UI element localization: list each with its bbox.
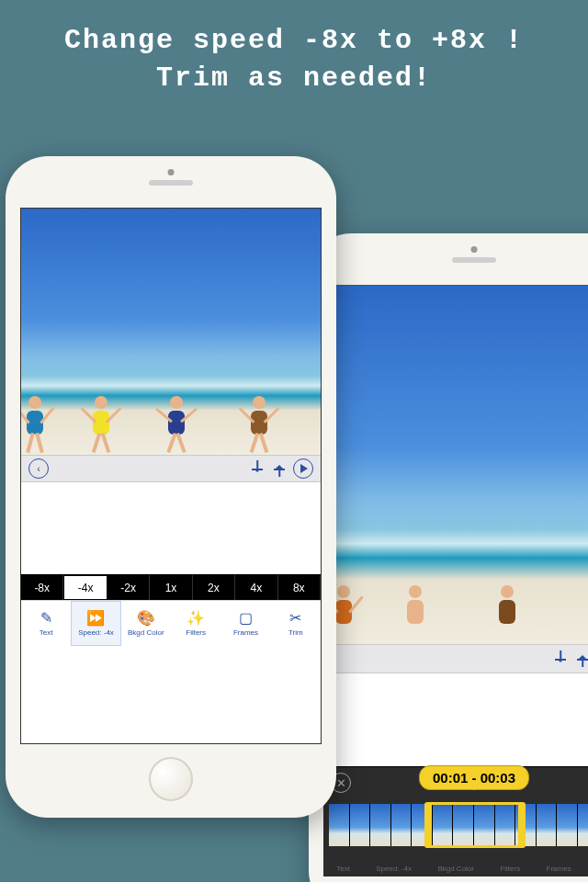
speaker-icon (149, 180, 193, 186)
screen-trim (323, 285, 588, 840)
speed-option[interactable]: 8x (278, 575, 321, 600)
trim-bottom-labels: Text Speed: -4x Bkgd Color Filters Frame… (323, 865, 588, 873)
home-button-icon (149, 757, 193, 801)
tool-filters[interactable]: ✨ Filters (171, 601, 220, 646)
palette-icon: 🎨 (137, 611, 155, 626)
headline-line1: Change speed -8x to +8x ! (18, 22, 570, 60)
phone-mockup-trim: ✕ 00:01 - 00:03 Text Speed: -4x Bkgd Col… (309, 233, 588, 882)
phone-mockup-speed: ‹ -8x -4x -2x 1x 2x 4x 8x ✎ Text ⏩ Speed… (6, 156, 336, 818)
promo-headline: Change speed -8x to +8x ! Trim as needed… (0, 0, 588, 106)
tool-trim[interactable]: ✂ Trim (271, 601, 321, 646)
trim-filmstrip[interactable] (329, 804, 588, 846)
speed-option[interactable]: 1x (150, 575, 192, 600)
speed-option[interactable]: -8x (21, 575, 63, 600)
pencil-icon: ✎ (40, 611, 52, 626)
frame-icon: ▢ (239, 611, 253, 626)
speed-icon: ⏩ (86, 611, 105, 626)
tool-label: Speed: -4x (78, 628, 114, 637)
trim-range-badge: 00:01 - 00:03 (419, 765, 529, 790)
headline-line2: Trim as needed! (18, 60, 570, 97)
speaker-icon (452, 257, 496, 263)
speed-options-row: -8x -4x -2x 1x 2x 4x 8x (21, 574, 321, 600)
tool-frames[interactable]: ▢ Frames (220, 601, 270, 646)
editor-toolbar: ✎ Text ⏩ Speed: -4x 🎨 Bkgd Color ✨ Filte… (21, 600, 321, 646)
camera-dot-icon (168, 169, 175, 175)
player-controls-bar (324, 644, 588, 673)
shrink-icon[interactable] (249, 460, 266, 477)
tool-bkgd-color[interactable]: 🎨 Bkgd Color (121, 601, 171, 646)
tool-text[interactable]: ✎ Text (21, 601, 71, 646)
speed-option[interactable]: 2x (193, 575, 235, 600)
expand-icon[interactable] (271, 460, 288, 477)
player-controls-bar: ‹ (21, 455, 321, 482)
expand-icon[interactable] (574, 650, 588, 667)
tool-label: Bkgd Color (128, 628, 164, 637)
tool-label: Frames (233, 628, 258, 637)
tool-speed[interactable]: ⏩ Speed: -4x (71, 601, 120, 646)
play-button[interactable] (293, 458, 313, 479)
tool-label: Text (40, 628, 53, 637)
video-preview (21, 209, 321, 455)
camera-dot-icon (471, 246, 478, 253)
shrink-icon[interactable] (552, 650, 569, 667)
magic-wand-icon: ✨ (187, 611, 205, 626)
speed-option-selected[interactable]: -4x (63, 575, 107, 600)
screen-speed: ‹ -8x -4x -2x 1x 2x 4x 8x ✎ Text ⏩ Speed… (20, 208, 322, 744)
trim-panel: ✕ 00:01 - 00:03 Text Speed: -4x Bkgd Col… (323, 766, 588, 876)
speed-option[interactable]: -2x (107, 575, 150, 600)
back-button[interactable]: ‹ (28, 458, 49, 479)
video-preview (324, 286, 588, 644)
tool-label: Filters (186, 628, 206, 637)
scissors-icon: ✂ (289, 611, 301, 626)
tool-label: Trim (288, 628, 303, 637)
speed-option[interactable]: 4x (235, 575, 277, 600)
